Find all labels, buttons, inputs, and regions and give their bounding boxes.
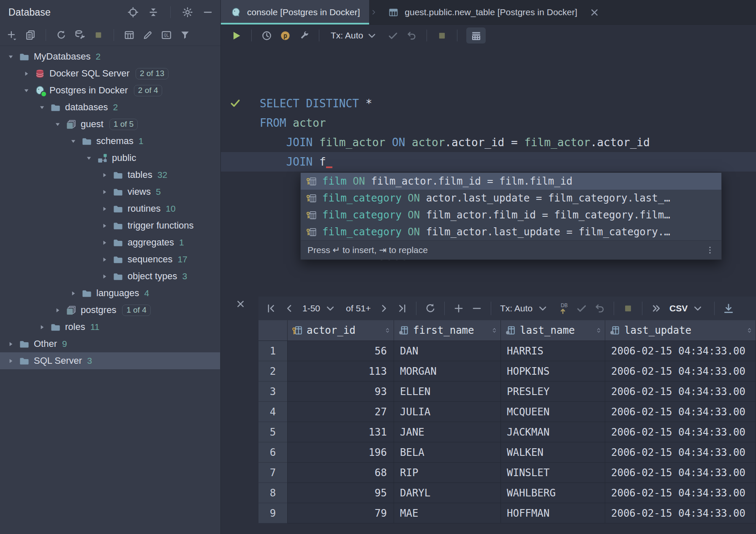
tree-collapsed-icon[interactable]: [99, 204, 110, 213]
rollback-icon[interactable]: [405, 30, 418, 42]
commit-icon[interactable]: [575, 302, 588, 315]
refresh-icon[interactable]: [55, 29, 67, 41]
tree-collapsed-icon[interactable]: [99, 187, 110, 196]
tree-item-views[interactable]: views5: [0, 183, 220, 200]
cell-last_update[interactable]: 2006-02-15 04:34:33.00: [605, 361, 756, 381]
column-header-actor_id[interactable]: actor_id: [288, 320, 394, 341]
next-page-icon[interactable]: [378, 302, 390, 315]
cell-actor_id[interactable]: 27: [288, 402, 394, 422]
tab-console[interactable]: console [Postgres in Docker]: [221, 0, 369, 25]
tree-item-schemas[interactable]: schemas1: [0, 133, 220, 150]
tree-item-aggregates[interactable]: aggregates1: [0, 234, 220, 251]
stop-query-icon[interactable]: [622, 302, 634, 315]
add-icon[interactable]: [6, 29, 18, 41]
cell-actor_id[interactable]: 196: [288, 442, 394, 463]
cell-last_name[interactable]: WINSLET: [501, 463, 605, 483]
cell-last_name[interactable]: WAHLBERG: [501, 483, 605, 503]
close-results-icon[interactable]: [235, 298, 246, 310]
duplicate-icon[interactable]: [24, 29, 36, 41]
cell-last_name[interactable]: HOFFMAN: [501, 503, 605, 523]
tree-collapsed-icon[interactable]: [21, 69, 32, 78]
table-view-icon[interactable]: [123, 29, 135, 41]
tree-item-docker-sql-server[interactable]: Docker SQL Server2 of 13: [0, 65, 220, 82]
run-icon[interactable]: [230, 30, 242, 42]
tree-item-roles[interactable]: roles11: [0, 319, 220, 335]
row-number[interactable]: 9: [258, 503, 288, 523]
in-editor-results-button[interactable]: [466, 27, 486, 44]
more-options-icon[interactable]: [705, 245, 715, 255]
row-number[interactable]: 5: [258, 422, 288, 442]
tree-item-tables[interactable]: tables32: [0, 166, 220, 183]
tree-expanded-icon[interactable]: [36, 103, 47, 112]
cell-last_update[interactable]: 2006-02-15 04:34:33.00: [605, 422, 756, 442]
tree-item-postgres-in-docker[interactable]: Postgres in Docker2 of 4: [0, 82, 220, 99]
session-settings-icon[interactable]: [298, 30, 310, 42]
last-page-icon[interactable]: [396, 302, 408, 315]
cell-last_update[interactable]: 2006-02-15 04:34:33.00: [605, 341, 756, 361]
cell-last_update[interactable]: 2006-02-15 04:34:33.00: [605, 483, 756, 503]
cell-last_update[interactable]: 2006-02-15 04:34:33.00: [605, 463, 756, 483]
column-header-first_name[interactable]: first_name: [394, 320, 501, 341]
tree-collapsed-icon[interactable]: [99, 170, 110, 180]
delete-row-icon[interactable]: [470, 302, 483, 315]
row-number[interactable]: 1: [258, 341, 288, 361]
cell-actor_id[interactable]: 79: [288, 503, 394, 523]
tree-collapsed-icon[interactable]: [68, 289, 79, 298]
cell-last_update[interactable]: 2006-02-15 04:34:33.00: [605, 402, 756, 422]
sort-icon[interactable]: [384, 326, 391, 335]
row-number[interactable]: 3: [258, 381, 288, 402]
cell-last_update[interactable]: 2006-02-15 04:34:33.00: [605, 442, 756, 463]
autocomplete-item-3[interactable]: film_category ON film_actor.film_id = fi…: [301, 207, 721, 223]
edit-icon[interactable]: [142, 29, 154, 41]
tree-item-sql-server[interactable]: SQL Server3: [0, 352, 220, 369]
stop-query-icon[interactable]: [436, 30, 448, 42]
tree-item-other[interactable]: Other9: [0, 335, 220, 352]
tree-item-postgres[interactable]: postgres1 of 4: [0, 302, 220, 319]
reload-page-icon[interactable]: [424, 302, 437, 315]
tree-collapsed-icon[interactable]: [99, 221, 110, 230]
cell-last_name[interactable]: MCQUEEN: [501, 402, 605, 422]
cell-last_update[interactable]: 2006-02-15 04:34:33.00: [605, 503, 756, 523]
sql-editor[interactable]: SELECT DISTINCT *FROM actor JOIN film_ac…: [221, 46, 756, 534]
autocomplete-item-4[interactable]: film_category ON film_actor.last_update …: [301, 223, 721, 240]
hide-panel-icon[interactable]: [202, 6, 214, 18]
tree-expanded-icon[interactable]: [5, 52, 16, 61]
cell-first_name[interactable]: DAN: [394, 341, 501, 361]
locate-icon[interactable]: [127, 6, 139, 18]
tree-collapsed-icon[interactable]: [36, 322, 47, 332]
prev-page-icon[interactable]: [283, 302, 296, 315]
query-console-icon[interactable]: QL: [160, 29, 172, 41]
cell-actor_id[interactable]: 95: [288, 483, 394, 503]
tree-collapsed-icon[interactable]: [99, 255, 110, 264]
data-source-properties-icon[interactable]: [74, 29, 86, 41]
column-header-last_update[interactable]: last_update: [605, 320, 756, 341]
cell-first_name[interactable]: RIP: [394, 463, 501, 483]
cell-last_name[interactable]: JACKMAN: [501, 422, 605, 442]
tree-item-object-types[interactable]: object types3: [0, 268, 220, 285]
cell-last_name[interactable]: WALKEN: [501, 442, 605, 463]
cell-actor_id[interactable]: 131: [288, 422, 394, 442]
tree-item-public[interactable]: public: [0, 150, 220, 166]
cell-first_name[interactable]: ELLEN: [394, 381, 501, 402]
tree-item-trigger-functions[interactable]: trigger functions: [0, 217, 220, 234]
settings-icon[interactable]: [182, 6, 193, 18]
cell-first_name[interactable]: MAE: [394, 503, 501, 523]
row-number[interactable]: 7: [258, 463, 288, 483]
tree-expanded-icon[interactable]: [52, 120, 63, 129]
cell-last_name[interactable]: PRESLEY: [501, 381, 605, 402]
tree-collapsed-icon[interactable]: [52, 305, 63, 315]
first-page-icon[interactable]: [265, 302, 277, 315]
autocomplete-item-1[interactable]: film ON film_actor.film_id = film.film_i…: [301, 173, 721, 190]
row-number[interactable]: 2: [258, 361, 288, 381]
tree-item-databases[interactable]: databases2: [0, 99, 220, 116]
postgres-session-icon[interactable]: p: [279, 30, 291, 42]
tree-item-mydatabases[interactable]: MyDatabases2: [0, 48, 220, 65]
tree-collapsed-icon[interactable]: [5, 339, 16, 349]
close-icon[interactable]: [589, 7, 600, 18]
collapse-all-icon[interactable]: [147, 6, 159, 18]
export-format-dropdown[interactable]: CSV: [669, 302, 705, 315]
cell-first_name[interactable]: JULIA: [394, 402, 501, 422]
filter-icon[interactable]: [179, 29, 191, 41]
stop-icon[interactable]: [92, 29, 104, 41]
sort-icon[interactable]: [595, 326, 602, 335]
